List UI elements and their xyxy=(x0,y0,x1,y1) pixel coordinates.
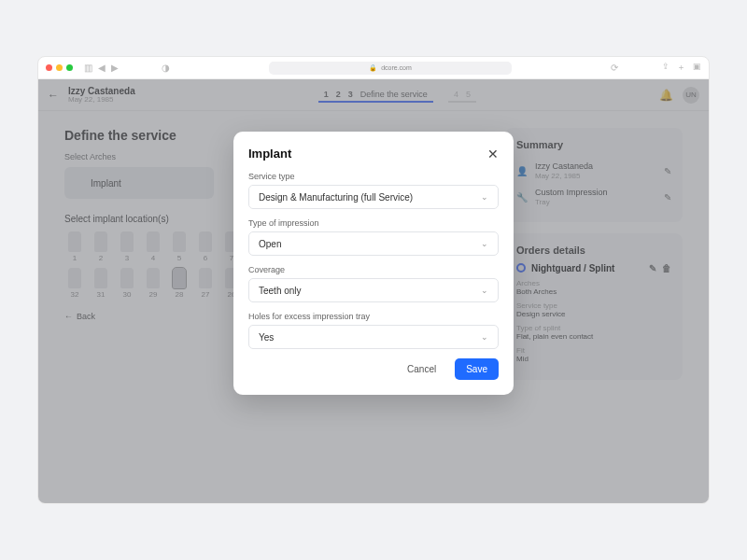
app-window: ▥ ◀ ▶ ◑ 🔒 dcore.com ⟳ ⇪ ＋ ▣ ← Izzy Casta… xyxy=(37,56,710,504)
implant-modal: Implant ✕ Service typeDesign & Manufactu… xyxy=(233,132,514,395)
select-coverage[interactable]: Teeth only⌄ xyxy=(248,278,499,302)
field-label: Service type xyxy=(248,172,499,181)
select-value: Open xyxy=(259,239,281,249)
share-icon[interactable]: ⇪ xyxy=(661,62,669,74)
chevron-down-icon: ⌄ xyxy=(481,332,488,342)
browser-chrome: ▥ ◀ ▶ ◑ 🔒 dcore.com ⟳ ⇪ ＋ ▣ xyxy=(38,57,709,79)
new-tab-icon[interactable]: ＋ xyxy=(677,62,685,74)
nav-forward-icon[interactable]: ▶ xyxy=(111,63,119,73)
save-button[interactable]: Save xyxy=(455,358,499,380)
select-holes-for-excess-impression-tray[interactable]: Yes⌄ xyxy=(248,325,499,349)
minimize-window-icon[interactable] xyxy=(56,64,63,71)
sidebar-toggle-icon[interactable]: ▥ xyxy=(84,63,92,73)
url-text: dcore.com xyxy=(381,64,412,71)
modal-scrim[interactable]: Implant ✕ Service typeDesign & Manufactu… xyxy=(38,79,709,503)
select-value: Design & Manufacturing (full Service) xyxy=(259,192,413,203)
field-label: Coverage xyxy=(248,265,499,274)
lock-icon: 🔒 xyxy=(369,64,377,72)
chevron-down-icon: ⌄ xyxy=(481,239,488,248)
chevron-down-icon: ⌄ xyxy=(481,286,488,295)
tabs-icon[interactable]: ▣ xyxy=(693,62,701,74)
close-icon[interactable]: ✕ xyxy=(487,147,499,161)
select-type-of-impression[interactable]: Open⌄ xyxy=(248,231,499,256)
field-label: Type of impression xyxy=(248,218,499,228)
chevron-down-icon: ⌄ xyxy=(481,192,488,202)
shield-icon: ◑ xyxy=(162,63,170,73)
close-window-icon[interactable] xyxy=(46,64,52,71)
nav-back-icon[interactable]: ◀ xyxy=(98,63,106,73)
address-bar[interactable]: 🔒 dcore.com xyxy=(269,62,512,75)
select-value: Yes xyxy=(259,332,274,343)
select-value: Teeth only xyxy=(259,286,302,296)
reload-icon[interactable]: ⟳ xyxy=(611,63,618,73)
cancel-button[interactable]: Cancel xyxy=(396,358,447,380)
select-service-type[interactable]: Design & Manufacturing (full Service)⌄ xyxy=(248,185,499,209)
maximize-window-icon[interactable] xyxy=(66,64,73,71)
modal-title: Implant xyxy=(248,147,487,161)
field-label: Holes for excess impression tray xyxy=(248,312,499,321)
window-controls[interactable] xyxy=(46,64,73,71)
